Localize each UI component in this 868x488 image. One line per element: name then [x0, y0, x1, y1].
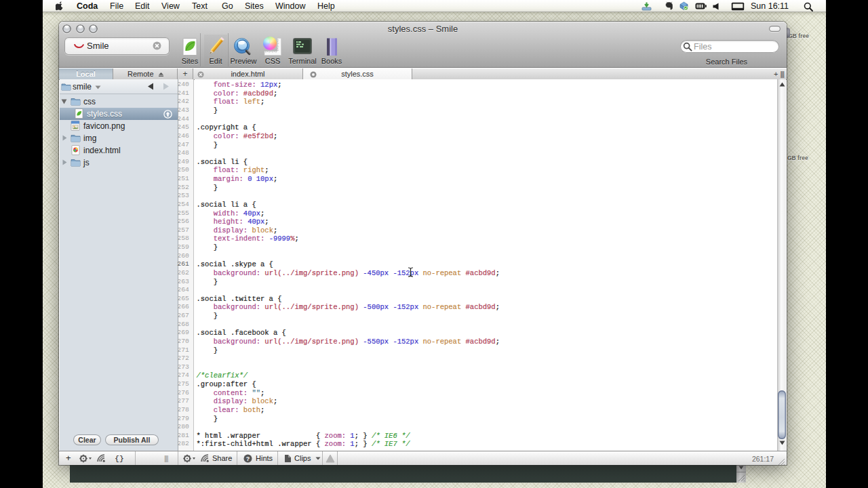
svg-text:?: ? — [246, 455, 250, 462]
